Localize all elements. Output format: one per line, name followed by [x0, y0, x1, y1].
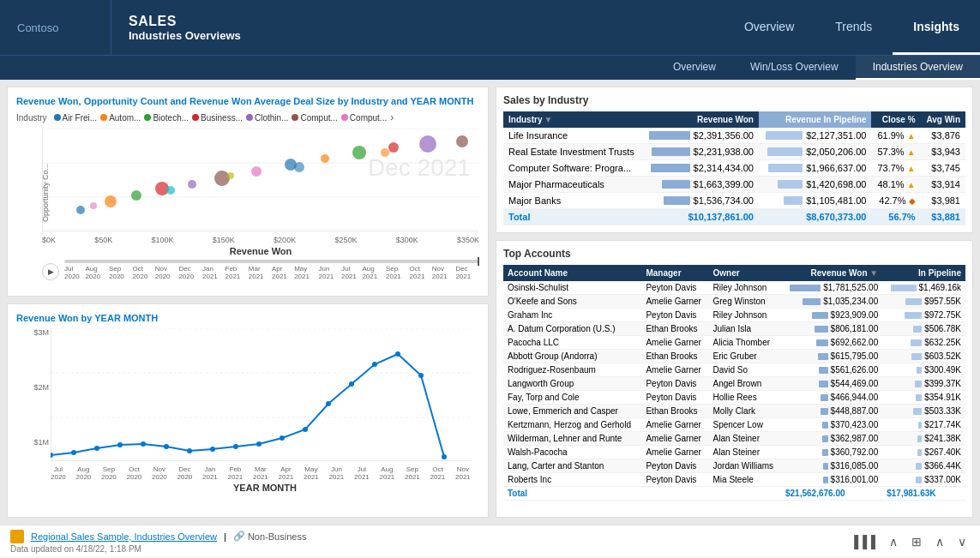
chevron-down-icon[interactable]: ∨ — [954, 533, 970, 550]
col-manager[interactable]: Manager — [641, 265, 708, 281]
legend-item-5: Comput... — [292, 113, 337, 123]
svg-point-16 — [321, 154, 329, 163]
svg-point-32 — [71, 450, 76, 455]
play-button[interactable]: ▶ — [42, 263, 59, 280]
line-chart-x-title: YEAR MONTH — [51, 483, 479, 493]
x-axis-labels: $0K$50K$100K$150K$200K$250K$300K$350K — [42, 236, 479, 244]
col-industry[interactable]: Industry ▼ — [503, 111, 641, 128]
table-row: Abbott Group (Andorra)Ethan BrooksEric G… — [503, 350, 965, 363]
table-row: Walsh-PacochaAmelie GarnerAlan Steiner $… — [503, 446, 965, 459]
tab-trends[interactable]: Trends — [815, 0, 893, 55]
bottom-link[interactable]: Regional Sales Sample, Industries Overvi… — [31, 531, 217, 542]
col-owner[interactable]: Owner — [709, 265, 781, 281]
table-row: Lowe, Emmerich and CasperEthan BrooksMol… — [503, 405, 965, 418]
table-row: Computer Software: Progra... $2,314,434.… — [503, 160, 965, 177]
sales-by-industry-title: Sales by Industry — [503, 94, 965, 106]
svg-point-35 — [141, 441, 146, 447]
table-row: Wilderman, Lehner and RunteAmelie Garner… — [503, 432, 965, 446]
table-row: Pacocha LLCAmelie GarnerAlicia Thomber $… — [503, 336, 965, 350]
svg-point-9 — [105, 195, 117, 207]
col-revenue-won[interactable]: Revenue Won — [641, 111, 759, 128]
tab-overview[interactable]: Overview — [724, 0, 815, 55]
col-account-revenue-won[interactable]: Revenue Won ▼ — [781, 265, 882, 281]
svg-point-21 — [90, 202, 97, 209]
legend-item-2: Biotech... — [144, 113, 189, 123]
svg-point-14 — [251, 166, 262, 177]
bottom-right: ▐▐▐ ∧ ⊞ ∧ ∨ — [846, 533, 970, 550]
nav-title: SALES — [129, 14, 706, 29]
table-row: Major Pharmaceuticals $1,663,399.00 $1,4… — [503, 177, 965, 193]
table-row: A. Datum Corporation (U.S.)Ethan BrooksJ… — [503, 322, 965, 336]
col-avg-win[interactable]: Avg Win — [921, 111, 965, 128]
nav-subtitle: Industries Overviews — [129, 29, 706, 42]
sub-tab-overview[interactable]: Overview — [656, 56, 733, 80]
svg-text:Dec 2021: Dec 2021 — [368, 154, 471, 181]
sub-tab-industries[interactable]: Industries Overview — [856, 56, 980, 80]
table-row: Kertzmann, Herzog and GerholdAmelie Garn… — [503, 418, 965, 432]
chart-legend: Industry Air Frei... Autom... Biotech...… — [16, 111, 479, 123]
table-row: Fay, Torp and ColePeyton DavisHollie Ree… — [503, 391, 965, 405]
legend-item-1: Autom... — [100, 113, 141, 123]
accounts-total-row: Total $21,562,676.00 $17,981.63K — [503, 487, 965, 501]
chevron-up-icon[interactable]: ∧ — [886, 533, 901, 550]
legend-item-3: Business... — [192, 113, 243, 123]
legend-more-icon[interactable]: › — [390, 111, 394, 123]
table-row: Rodriguez-RosenbaumAmelie GarnerDavid So… — [503, 363, 965, 377]
svg-point-38 — [210, 447, 215, 452]
svg-point-42 — [303, 427, 308, 432]
line-chart-x-labels: Jul2020 Aug2020 Sep2020 Oct2020 Nov2020 … — [51, 465, 471, 481]
chevron-up-icon-2[interactable]: ∧ — [932, 533, 947, 550]
svg-point-24 — [294, 162, 304, 172]
main-content: Revenue Won, Opportunity Count and Reven… — [0, 80, 980, 525]
logo: Contoso — [0, 0, 111, 55]
svg-point-48 — [442, 454, 447, 459]
svg-point-46 — [395, 351, 400, 357]
col-pipeline[interactable]: Revenue In Pipeline — [759, 111, 872, 128]
svg-point-39 — [233, 444, 238, 449]
bottom-icon — [10, 530, 24, 543]
sales-by-industry-card: Sales by Industry Industry ▼ Revenue Won… — [496, 87, 973, 233]
col-close-pct[interactable]: Close % — [871, 111, 920, 128]
svg-point-34 — [117, 442, 123, 447]
table-row: Lang, Carter and StantonPeyton DavisJord… — [503, 459, 965, 473]
svg-point-25 — [381, 148, 389, 157]
table-row: Graham IncPeyton DavisRiley Johnson $923… — [503, 309, 965, 322]
bottom-timestamp: Data updated on 4/18/22, 1:18 PM — [10, 544, 306, 554]
svg-point-31 — [51, 453, 53, 458]
sub-navigation: Overview Win/Loss Overview Industries Ov… — [0, 55, 980, 80]
col-in-pipeline[interactable]: In Pipeline — [882, 265, 965, 281]
accounts-table: Account Name Manager Owner Revenue Won ▼… — [503, 265, 965, 501]
legend-label: Industry — [16, 113, 47, 123]
scatter-svg: 100 0 Dec 2021 — [42, 129, 479, 231]
col-account-name[interactable]: Account Name — [503, 265, 641, 281]
svg-point-17 — [352, 146, 366, 159]
revenue-chart-title: Revenue Won by YEAR MONTH — [16, 313, 479, 323]
tab-insights[interactable]: Insights — [893, 0, 980, 55]
table-row: Langworth GroupPeyton DavisAngel Brown $… — [503, 377, 965, 391]
revenue-chart-card: Revenue Won by YEAR MONTH $3M$2M$1M — [7, 303, 489, 518]
industry-total-row: Total $10,137,861.00 $8,670,373.00 56.7%… — [503, 209, 965, 225]
svg-point-36 — [164, 444, 169, 449]
table-row: Life Insurance $2,391,356.00 $2,127,351.… — [503, 128, 965, 144]
legend-item-4: Clothin... — [246, 113, 288, 123]
right-panel: Sales by Industry Industry ▼ Revenue Won… — [496, 87, 973, 518]
grid-icon[interactable]: ⊞ — [908, 533, 925, 550]
svg-point-19 — [419, 135, 436, 153]
top-accounts-title: Top Accounts — [503, 248, 965, 260]
sub-tab-winloss[interactable]: Win/Loss Overview — [733, 56, 856, 80]
svg-point-8 — [76, 206, 85, 214]
y-axis-label: Opportunity Co... — [41, 163, 50, 221]
svg-point-44 — [349, 381, 354, 387]
sales-by-industry-table: Industry ▼ Revenue Won Revenue In Pipeli… — [503, 111, 965, 225]
bottom-bar: Regional Sales Sample, Industries Overvi… — [0, 525, 980, 557]
svg-point-33 — [94, 446, 99, 451]
svg-point-40 — [256, 441, 262, 447]
svg-point-37 — [187, 448, 192, 453]
line-chart-svg — [51, 328, 471, 461]
svg-point-41 — [280, 435, 285, 441]
left-panel: Revenue Won, Opportunity Count and Reven… — [7, 87, 489, 518]
accounts-table-wrapper[interactable]: Account Name Manager Owner Revenue Won ▼… — [503, 265, 965, 501]
svg-point-47 — [418, 373, 424, 378]
svg-point-22 — [166, 186, 175, 195]
bar-chart-icon[interactable]: ▐▐▐ — [846, 533, 879, 550]
